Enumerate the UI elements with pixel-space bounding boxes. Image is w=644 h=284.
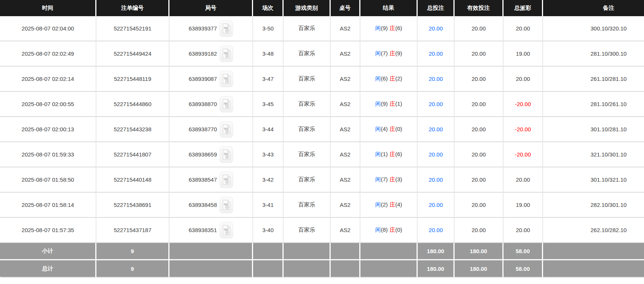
payout-cell: 20.00 (504, 16, 543, 41)
player-result-label: 闲 (375, 126, 381, 132)
valid-bet-cell: 20.00 (455, 41, 504, 67)
subtotal-empty-table (331, 243, 360, 260)
player-result-label: 闲 (375, 100, 381, 107)
header-payout: 总派彩 (504, 0, 543, 16)
remark-cell: 281.10/300.10 (543, 41, 644, 67)
round-no-text: 638939377 (189, 25, 217, 32)
remark-cell: 300.10/320.10 (543, 16, 644, 41)
banker-result-score: (2) (395, 75, 402, 82)
bet-no-cell: 522715449424 (96, 41, 169, 67)
round-no-cell: 638938870 (169, 92, 253, 117)
table-row: 2025-08-07 02:00:13 522715443238 6389387… (0, 117, 644, 142)
session-cell: 3-42 (253, 167, 284, 193)
player-result-score: (2) (381, 201, 388, 208)
video-file-icon (222, 200, 230, 210)
table-row: 2025-08-07 01:58:14 522715438691 6389384… (0, 193, 644, 218)
table-no-cell: AS2 (331, 142, 360, 167)
video-replay-button[interactable] (220, 46, 233, 62)
session-cell: 3-44 (253, 117, 284, 142)
header-bet-no: 注单编号 (96, 0, 169, 16)
player-result-score: (9) (381, 25, 388, 31)
video-replay-button[interactable] (220, 172, 233, 188)
grand-total-empty-game (284, 260, 331, 278)
round-no-text: 638938547 (189, 176, 217, 183)
video-replay-button[interactable] (220, 96, 233, 112)
session-cell: 3-47 (253, 67, 284, 92)
game-type-cell: 百家乐 (284, 41, 331, 67)
table-no-cell: AS2 (331, 41, 360, 67)
grand-total-count: 9 (96, 260, 169, 278)
video-replay-button[interactable] (220, 146, 233, 163)
player-result-score: (7) (381, 176, 388, 182)
valid-bet-cell: 20.00 (455, 142, 504, 167)
total-bet-cell: 20.00 (418, 167, 455, 193)
video-replay-button[interactable] (220, 20, 233, 37)
remark-cell: 262.10/282.10 (543, 218, 644, 243)
video-file-icon (222, 74, 230, 84)
table-footer: 小计 9 180.00 180.00 58.00 总计 9 1 (0, 243, 644, 278)
round-no-text: 638938770 (189, 126, 217, 132)
round-no-text: 638939182 (189, 50, 217, 57)
remark-cell: 301.10/321.10 (543, 167, 644, 193)
table-no-cell: AS2 (331, 167, 360, 193)
time-cell: 2025-08-07 01:58:14 (0, 193, 96, 218)
banker-result-label: 庄 (390, 226, 395, 233)
subtotal-row: 小计 9 180.00 180.00 58.00 (0, 243, 644, 260)
table-no-cell: AS2 (331, 218, 360, 243)
banker-result-label: 庄 (390, 176, 395, 182)
table-no-cell: AS2 (331, 16, 360, 41)
time-cell: 2025-08-07 02:02:49 (0, 41, 96, 67)
round-no-cell: 638939182 (169, 41, 253, 67)
round-no-cell: 638938659 (169, 142, 253, 167)
player-result-label: 闲 (375, 226, 381, 233)
header-session: 场次 (253, 0, 284, 16)
grand-total-empty-session (253, 260, 284, 278)
payout-cell: 20.00 (504, 67, 543, 92)
table-header: 时间 注单编号 局号 场次 游戏类别 桌号 结果 总投注 有效投注 总派彩 备注 (0, 0, 644, 16)
player-result-label: 闲 (375, 201, 381, 208)
game-type-cell: 百家乐 (284, 117, 331, 142)
player-result-label: 闲 (375, 176, 381, 182)
banker-result-label: 庄 (390, 126, 395, 132)
player-result-score: (6) (381, 75, 388, 82)
subtotal-empty-round (169, 243, 253, 260)
payout-cell: -20.00 (504, 117, 543, 142)
bet-no-cell: 522715448119 (96, 67, 169, 92)
video-replay-button[interactable] (220, 222, 233, 238)
payout-cell: 20.00 (504, 167, 543, 193)
result-cell: 闲(7)庄(3) (360, 167, 418, 193)
round-no-cell: 638939087 (169, 67, 253, 92)
player-result-score: (8) (381, 226, 388, 233)
video-replay-button[interactable] (220, 197, 233, 213)
result-cell: 闲(9)庄(6) (360, 16, 418, 41)
bet-history-viewport: 时间 注单编号 局号 场次 游戏类别 桌号 结果 总投注 有效投注 总派彩 备注… (0, 0, 644, 284)
total-bet-cell: 20.00 (418, 117, 455, 142)
total-bet-cell: 20.00 (418, 193, 455, 218)
valid-bet-cell: 20.00 (455, 218, 504, 243)
video-replay-button[interactable] (220, 121, 233, 138)
grand-total-empty-result (360, 260, 418, 278)
banker-result-label: 庄 (390, 201, 395, 208)
video-replay-button[interactable] (220, 71, 233, 87)
grand-total-payout: 58.00 (504, 260, 543, 278)
subtotal-empty-session (253, 243, 284, 260)
round-no-text: 638938351 (189, 227, 217, 233)
remark-cell: 282.10/301.10 (543, 193, 644, 218)
player-result-label: 闲 (375, 75, 381, 82)
table-no-cell: AS2 (331, 193, 360, 218)
round-no-cell: 638939377 (169, 16, 253, 41)
time-cell: 2025-08-07 02:00:55 (0, 92, 96, 117)
game-type-cell: 百家乐 (284, 218, 331, 243)
banker-result-score: (9) (395, 50, 402, 56)
video-file-icon (222, 124, 230, 134)
subtotal-label: 小计 (0, 243, 96, 260)
header-result: 结果 (360, 0, 418, 16)
valid-bet-cell: 20.00 (455, 167, 504, 193)
video-file-icon (222, 225, 230, 235)
subtotal-empty-game (284, 243, 331, 260)
game-type-cell: 百家乐 (284, 167, 331, 193)
bet-no-cell: 522715438691 (96, 193, 169, 218)
header-row: 时间 注单编号 局号 场次 游戏类别 桌号 结果 总投注 有效投注 总派彩 备注 (0, 0, 644, 16)
subtotal-valid-bet: 180.00 (455, 243, 504, 260)
subtotal-payout: 58.00 (504, 243, 543, 260)
